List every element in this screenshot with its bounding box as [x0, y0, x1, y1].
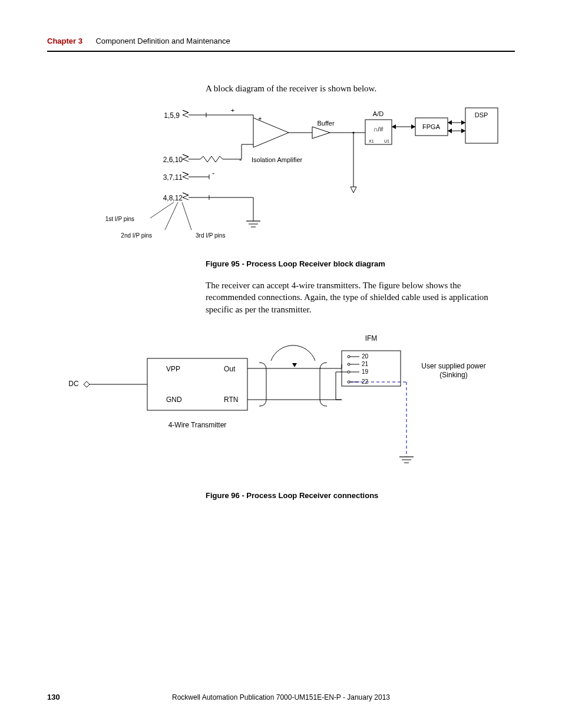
dsp-label: DSP [475, 111, 488, 118]
plus-top-left: + [231, 107, 234, 114]
svg-point-49 [348, 355, 350, 358]
user-power-1: User supplied power [421, 362, 485, 370]
svg-marker-47 [292, 363, 297, 367]
svg-marker-42 [84, 381, 90, 387]
footer-publication: Rockwell Automation Publication 7000-UM1… [47, 693, 515, 701]
pins-4812: 4,8,12 [163, 194, 183, 202]
svg-marker-32 [461, 129, 465, 133]
svg-marker-15 [312, 127, 330, 139]
svg-marker-25 [411, 124, 415, 129]
user-power-2: (Sinking) [439, 371, 467, 379]
svg-point-53 [348, 371, 350, 373]
pins-2610: 2,6,10 [163, 156, 183, 164]
pins-3711: 3,7,11 [163, 173, 183, 182]
note-2nd-ip: 2nd I/P pins [121, 232, 152, 239]
svg-point-55 [348, 381, 350, 383]
svg-line-0 [150, 202, 174, 218]
rtn: RTN [224, 396, 238, 404]
intro-paragraph-1: A block diagram of the receiver is shown… [206, 83, 512, 94]
buffer-label: Buffer [317, 120, 334, 127]
svg-marker-13 [253, 118, 289, 147]
ad-x1: X1 [369, 139, 374, 143]
pin-19: 19 [362, 368, 369, 375]
svg-line-2 [182, 202, 191, 230]
vpp: VPP [166, 365, 180, 373]
minus-amp: - [239, 155, 242, 164]
header-rule [47, 51, 515, 52]
svg-marker-31 [448, 129, 452, 133]
note-3rd-ip: 3rd I/P pins [196, 232, 225, 239]
page-header: Chapter 3 Component Definition and Maint… [47, 35, 515, 46]
figure-95-diagram: 1,5,9 2,6,10 3,7,11 4,8,12 1st I/P pins … [65, 103, 507, 245]
chapter-label: Chapter 3 [47, 37, 82, 45]
ad-u1: U1 [384, 139, 389, 143]
note-1st-ip: 1st I/P pins [105, 216, 134, 222]
svg-marker-28 [448, 120, 452, 125]
pin-21: 21 [362, 361, 369, 367]
ad-label: A/D [373, 110, 384, 117]
figure-96-caption: Figure 96 - Process Loop Receiver connec… [206, 491, 378, 500]
transmitter-label: 4-Wire Transmitter [168, 421, 227, 429]
svg-marker-21 [351, 187, 356, 193]
pin-20: 20 [362, 353, 369, 360]
minus-row3: - [212, 169, 214, 177]
dc-label: DC [68, 380, 79, 388]
chapter-title: Component Definition and Maintenance [95, 37, 230, 45]
svg-rect-48 [342, 351, 401, 386]
svg-marker-29 [461, 120, 465, 125]
out: Out [224, 365, 236, 373]
svg-line-1 [165, 202, 178, 230]
figure-96-diagram: DC VPP Out GND RTN 4-Wire Transmitter IF… [59, 330, 513, 477]
gnd: GND [166, 396, 182, 404]
ifm-label: IFM [365, 334, 378, 342]
intro-paragraph-2: The receiver can accept 4-wire transmitt… [206, 279, 512, 315]
page: Chapter 3 Component Definition and Maint… [0, 0, 562, 728]
ad-symbol: ∩/# [373, 126, 384, 133]
pins-159: 1,5,9 [164, 111, 180, 120]
fpga-label: FPGA [422, 123, 441, 130]
iso-amp-label: Isolation Amplifier [252, 156, 303, 163]
svg-marker-24 [392, 124, 396, 129]
figure-95-caption: Figure 95 - Process Loop Receiver block … [206, 259, 385, 268]
svg-point-51 [348, 363, 350, 365]
